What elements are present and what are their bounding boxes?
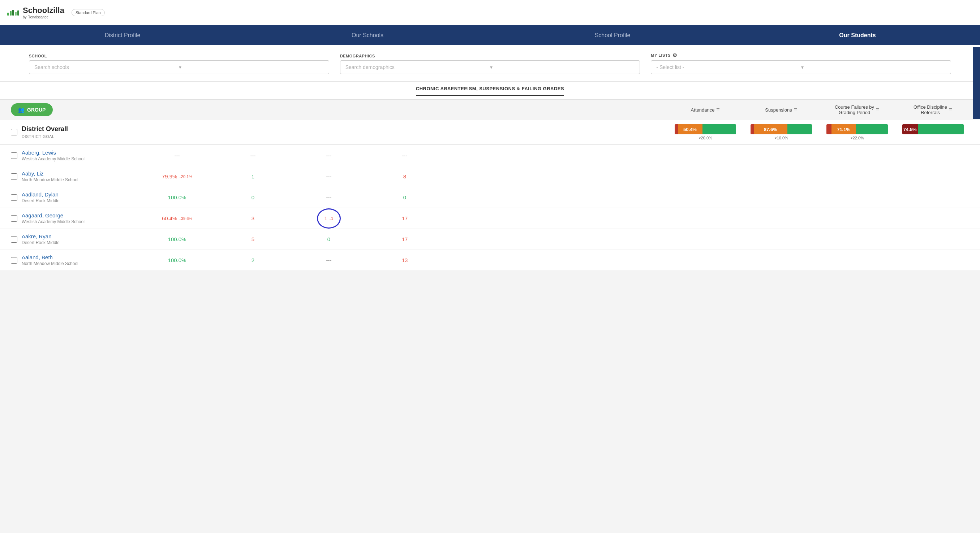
district-discipline-bar: 74.5% (902, 124, 964, 134)
student-cells: --- --- --- --- (137, 152, 969, 159)
demographics-filter-select[interactable]: Search demographics ▾ (340, 60, 640, 74)
school-filter-select[interactable]: Search schools ▾ (29, 60, 329, 74)
student-row: Aagaard, George Westish Academy Middle S… (0, 208, 980, 229)
discipline-filter-icon[interactable]: ☰ (949, 108, 953, 112)
suspensions-bar-orange: 87.6% (754, 124, 788, 134)
student-course-value: --- (326, 257, 332, 263)
student-discipline-value: --- (402, 152, 407, 159)
student-course-value: --- (326, 173, 332, 179)
plan-badge: Standard Plan (72, 9, 105, 16)
student-suspensions-value: 0 (251, 194, 255, 200)
nav-our-students[interactable]: Our Students (735, 25, 980, 45)
student-attendance-cell: 79.9% ↓20.1% (137, 173, 217, 179)
student-attendance-cell: 60.4% ↓39.6% (137, 215, 217, 221)
col-discipline-label: Office DisciplineReferrals (913, 105, 947, 115)
student-cells: 79.9% ↓20.1% 1 --- 8 (137, 173, 969, 179)
student-checkbox[interactable] (11, 194, 18, 201)
logo-icon (7, 10, 19, 16)
logo-area: Schoolzilla by Renaissance Standard Plan (7, 6, 105, 19)
district-attendance-cell: 50.4% <20.0% (666, 124, 745, 140)
col-course-label: Course Failures byGrading Period (835, 105, 874, 115)
filters-row: SCHOOL Search schools ▾ DEMOGRAPHICS Sea… (0, 45, 980, 82)
student-checkbox[interactable] (11, 236, 18, 243)
student-checkbox[interactable] (11, 173, 18, 180)
mylists-filter-select[interactable]: - Select list - ▾ (651, 60, 951, 74)
district-overall-name: District Overall DISTRICT GOAL (22, 125, 137, 140)
logo-text: Schoolzilla by Renaissance (23, 6, 64, 19)
course-bar-teal (856, 124, 888, 134)
district-suspensions-goal: <10.0% (775, 136, 788, 140)
nav-our-schools[interactable]: Our Schools (245, 25, 490, 45)
student-name-area: Aadland, Dylan Desert Rock Middle (22, 191, 137, 203)
demographics-chevron-icon: ▾ (490, 64, 635, 70)
student-discipline-cell: 0 (369, 194, 441, 200)
app-name: Schoolzilla (23, 6, 64, 15)
district-discipline-cell: 74.5% (897, 124, 969, 140)
student-suspensions-cell: 3 (217, 215, 289, 221)
student-discipline-cell: 8 (369, 173, 441, 179)
demographics-filter-label: DEMOGRAPHICS (340, 54, 640, 58)
student-suspensions-cell: 2 (217, 257, 289, 263)
attendance-filter-icon[interactable]: ☰ (716, 108, 720, 112)
student-name-area: Aaland, Beth North Meadow Middle School (22, 254, 137, 266)
suspensions-bar-teal (788, 124, 812, 134)
student-suspensions-value: 3 (251, 215, 255, 221)
demographics-filter-group: DEMOGRAPHICS Search demographics ▾ (340, 54, 640, 74)
student-school: North Meadow Middle School (22, 261, 137, 266)
school-filter-placeholder: Search schools (34, 64, 179, 70)
main-nav: District Profile Our Schools School Prof… (0, 25, 980, 45)
school-filter-label: SCHOOL (29, 54, 329, 58)
student-course-value: 0 (328, 236, 330, 242)
district-overall-label: District Overall (22, 125, 68, 133)
student-attendance-value: 100.0% (168, 257, 186, 263)
student-school: Westish Academy Middle School (22, 156, 137, 162)
student-cells: 100.0% 0 --- 0 (137, 194, 969, 200)
student-name[interactable]: Aaberg, Lewis (22, 149, 137, 155)
student-course-value: --- (326, 194, 332, 200)
gear-icon[interactable]: ⚙ (673, 52, 678, 58)
student-name-area: Aakre, Ryan Desert Rock Middle (22, 233, 137, 245)
student-discipline-value: 0 (403, 194, 406, 200)
nav-district-profile[interactable]: District Profile (0, 25, 245, 45)
district-goal-label: DISTRICT GOAL (22, 134, 54, 139)
course-filter-icon[interactable]: ☰ (876, 108, 880, 112)
district-overall-checkbox[interactable] (11, 129, 18, 135)
student-checkbox[interactable] (11, 215, 18, 222)
student-attendance-cell: 100.0% (137, 194, 217, 200)
student-suspensions-value: 5 (251, 236, 255, 242)
nav-school-profile[interactable]: School Profile (490, 25, 735, 45)
student-name[interactable]: Aaby, Liz (22, 170, 137, 176)
student-cells: 100.0% 2 --- 13 (137, 257, 969, 263)
app-sub: by Renaissance (23, 15, 64, 19)
student-name[interactable]: Aadland, Dylan (22, 191, 137, 198)
group-button[interactable]: 👥 GROUP (11, 103, 53, 116)
district-suspensions-cell: 87.6% <10.0% (745, 124, 818, 140)
district-course-cell: 71.1% <22.0% (818, 124, 897, 140)
col-suspensions-label: Suspensions (765, 107, 792, 113)
student-checkbox[interactable] (11, 257, 18, 263)
student-name[interactable]: Aaland, Beth (22, 254, 137, 260)
student-row: Aadland, Dylan Desert Rock Middle 100.0%… (0, 187, 980, 208)
demographics-filter-placeholder: Search demographics (345, 64, 490, 70)
mylists-filter-placeholder: - Select list - (656, 64, 801, 70)
student-name[interactable]: Aakre, Ryan (22, 233, 137, 240)
district-suspensions-value: 87.6% (764, 127, 777, 132)
attendance-bar-orange: 50.4% (678, 124, 703, 134)
district-attendance-value: 50.4% (683, 127, 697, 132)
student-course-cell: --- (289, 152, 369, 159)
student-attendance-value: 100.0% (168, 194, 186, 200)
col-header-attendance: Attendance ☰ (666, 105, 745, 115)
mylists-chevron-icon: ▾ (801, 64, 946, 70)
student-checkbox[interactable] (11, 152, 18, 159)
student-school: Westish Academy Middle School (22, 219, 137, 224)
section-title-container: CHRONIC ABSENTEEISM, SUSPENSIONS & FAILI… (0, 82, 980, 100)
student-name[interactable]: Aagaard, George (22, 213, 137, 219)
suspensions-filter-icon[interactable]: ☰ (794, 108, 797, 112)
student-row: Aakre, Ryan Desert Rock Middle 100.0% 5 … (0, 229, 980, 250)
district-attendance-bar: 50.4% (675, 124, 736, 134)
table-columns: Attendance ☰ Suspensions ☰ Course Failur… (56, 105, 969, 115)
student-cells: 60.4% ↓39.6% 3 1↓1 17 (137, 215, 969, 221)
district-course-value: 71.1% (837, 127, 850, 132)
student-attendance-cell: 100.0% (137, 236, 217, 242)
attendance-bar-red (675, 124, 678, 134)
